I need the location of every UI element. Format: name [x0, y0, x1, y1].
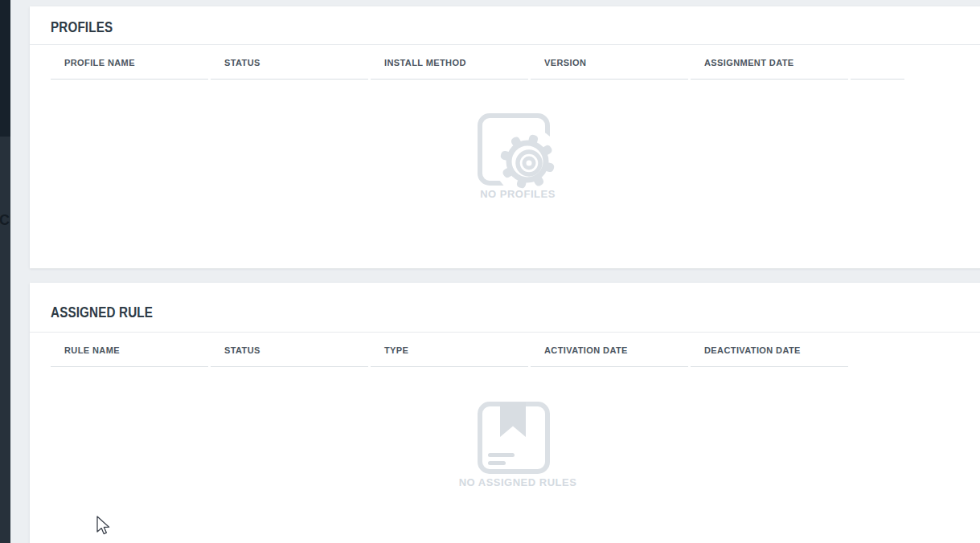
assigned-rule-panel-title: ASSIGNED RULE [51, 304, 153, 321]
assigned-rule-empty-label: NO ASSIGNED RULES [459, 476, 577, 488]
page-background: CE PROFILES PROFILE NAME STATUS INSTALL … [0, 0, 980, 543]
assigned-rule-title-row: ASSIGNED RULE [30, 283, 980, 332]
assigned-rule-empty-state: NO ASSIGNED RULES [421, 398, 614, 488]
assigned-rule-panel: ASSIGNED RULE RULE NAME STATUS TYPE ACTI… [30, 283, 980, 543]
profiles-title-row: PROFILES [30, 6, 980, 44]
package-bookmark-icon [474, 398, 562, 486]
profile-gear-icon [474, 109, 562, 198]
profiles-empty-state: NO PROFILES [421, 109, 614, 200]
column-header-assignment-date: ASSIGNMENT DATE [691, 45, 848, 80]
column-header-rule-name: RULE NAME [51, 333, 208, 367]
column-header-actions [851, 45, 904, 80]
column-header-version: VERSION [531, 45, 688, 80]
profiles-panel-title: PROFILES [51, 18, 113, 36]
profiles-panel: PROFILES PROFILE NAME STATUS INSTALL MET… [30, 6, 980, 268]
column-header-type: TYPE [371, 333, 528, 367]
profiles-table-header: PROFILE NAME STATUS INSTALL METHOD VERSI… [30, 45, 980, 80]
column-header-install-method: INSTALL METHOD [371, 45, 528, 80]
sidebar[interactable]: CE [0, 0, 10, 543]
column-header-activation-date: ACTIVATION DATE [531, 333, 688, 367]
column-header-profile-name: PROFILE NAME [51, 45, 208, 80]
mouse-cursor [96, 516, 110, 535]
column-header-deactivation-date: DEACTIVATION DATE [691, 333, 848, 367]
assigned-rule-table-header: RULE NAME STATUS TYPE ACTIVATION DATE DE… [30, 333, 980, 367]
column-header-status: STATUS [211, 333, 368, 367]
sidebar-top-section [0, 0, 10, 137]
profiles-empty-label: NO PROFILES [480, 188, 556, 200]
sidebar-clipped-label: CE [0, 212, 10, 229]
column-header-status: STATUS [211, 45, 368, 80]
